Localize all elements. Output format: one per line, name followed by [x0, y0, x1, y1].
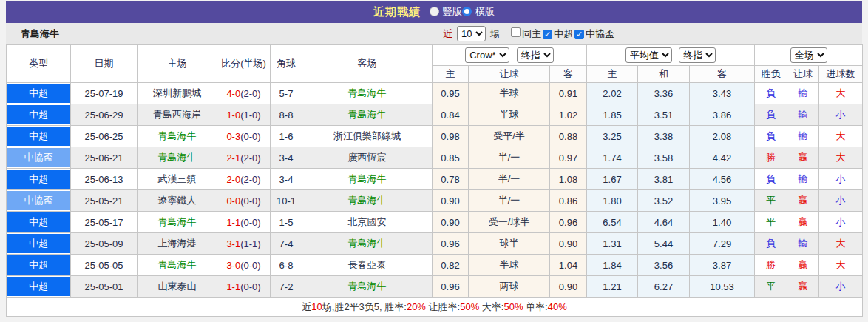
asian-company-select[interactable]: Crow*: [465, 47, 509, 63]
radio-unchecked-icon[interactable]: [430, 7, 439, 16]
match-score: 2-0(2-0): [217, 169, 271, 190]
home-team-name: 武漢三鎮: [158, 173, 197, 184]
away-team-name: 長春亞泰: [348, 259, 387, 270]
fulltime-score: 2-1: [226, 152, 240, 164]
asian-away-odds: 0.96: [550, 212, 587, 233]
euro-draw-odds: 3.51: [638, 104, 690, 126]
filter-group: 近 10 場 同主✓中超✓中協盃: [443, 26, 614, 41]
away-team-name: 青島海牛: [348, 173, 387, 184]
match-date: 25-05-17: [71, 212, 138, 233]
home-team: 山東泰山: [138, 276, 217, 298]
match-type-badge: 中超: [7, 234, 70, 253]
corner-count: 10-1: [271, 190, 302, 212]
result-outcome: 平: [755, 190, 787, 212]
euro-away-odds: 1.40: [690, 212, 755, 233]
result-outcome: 負: [755, 104, 787, 126]
col-header-away: 客场: [302, 45, 433, 83]
match-type-cell: 中超: [7, 169, 71, 190]
subcol-euro-away: 客: [690, 66, 755, 83]
asian-home-odds: 0.78: [433, 169, 469, 190]
away-team-name: 青島海牛: [348, 109, 387, 120]
home-team: 遼寧鐵人: [138, 190, 217, 212]
fulltime-score: 1-1: [226, 217, 240, 228]
col-header-home: 主场: [138, 45, 217, 83]
layout-option[interactable]: 橫版: [462, 5, 495, 19]
euro-draw-odds: 3.56: [638, 255, 690, 276]
subcol-result-outcome: 胜负: [755, 66, 787, 83]
recent-results-widget: 近期戰績 豎版橫版 青島海牛 近 10 場 同主✓中超✓中協盃 类型: [6, 1, 862, 317]
controls-bar: 青島海牛 近 10 場 同主✓中超✓中協盃: [6, 23, 862, 44]
halftime-score: (2-0): [240, 88, 260, 99]
radio-checked-icon[interactable]: [462, 7, 472, 16]
col-header-type: 类型: [7, 45, 71, 83]
euro-away-odds: 4.56: [690, 169, 755, 190]
match-type-badge: 中超: [7, 105, 70, 124]
filter-label: 中超: [554, 28, 573, 39]
halftime-score: (1-1): [240, 238, 260, 249]
asian-home-odds: 0.96: [433, 276, 469, 298]
asian-away-odds: 1.08: [550, 169, 587, 190]
corner-count: 1-6: [271, 126, 302, 147]
result-scope-select[interactable]: 全场: [790, 47, 827, 63]
halftime-score: (1-0): [240, 110, 260, 121]
corner-count: 8-8: [271, 104, 302, 126]
euro-draw-odds: 5.44: [638, 233, 690, 255]
title-bar: 近期戰績 豎版橫版: [6, 1, 862, 23]
away-team-name: 青島海牛: [348, 195, 387, 206]
match-type-badge: 中超: [7, 212, 70, 232]
asian-away-odds: 0.86: [550, 190, 587, 212]
away-team: 廣西恆宸: [302, 147, 433, 169]
handicap-line: 两球: [469, 276, 550, 298]
asian-away-odds: 0.88: [550, 126, 587, 147]
away-team: 青島海牛: [302, 169, 433, 190]
asian-home-odds: 0.98: [433, 126, 469, 147]
result-handicap: 輸: [787, 126, 819, 147]
home-team-name: 青島西海岸: [153, 109, 201, 120]
recent-prefix-label: 近: [443, 27, 452, 41]
asian-away-odds: 1.04: [550, 255, 587, 276]
filter-label: 中協盃: [586, 28, 614, 39]
away-team: 青島海牛: [302, 83, 433, 104]
layout-option[interactable]: 豎版: [430, 5, 462, 19]
summary-stat-value: 20%: [407, 301, 426, 312]
home-team-name: 青島海牛: [158, 216, 197, 227]
match-row: 中超25-07-19深圳新鵬城4-0(2-0)5-7青島海牛0.95半球0.91…: [7, 83, 863, 104]
summary-text: 近: [302, 301, 311, 312]
euro-home-odds: 1.85: [587, 104, 638, 126]
asian-odds-header: Crow* 终指: [433, 45, 587, 66]
euro-stage-select[interactable]: 终指: [679, 47, 716, 63]
away-team: 青島海牛: [302, 276, 433, 298]
corner-count: 3-4: [271, 169, 302, 190]
match-score: 4-0(2-0): [217, 83, 271, 104]
asian-stage-select[interactable]: 终指: [517, 47, 554, 63]
summary-row: 近10场,胜2平3负5, 胜率:20% 让胜率:50% 大率:50% 单率:40…: [7, 298, 863, 317]
result-outcome: 負: [755, 233, 787, 255]
checkbox-unchecked-icon[interactable]: [511, 27, 521, 37]
result-handicap: 輸: [787, 104, 819, 126]
fulltime-score: 0-0: [226, 195, 240, 207]
home-team-name: 青島海牛: [158, 130, 197, 141]
home-team-name: 青島海牛: [158, 259, 197, 270]
euro-company-select[interactable]: 平均值: [625, 47, 672, 63]
home-team: 青島海牛: [138, 147, 217, 169]
recent-count-select[interactable]: 10: [457, 26, 486, 41]
euro-away-odds: 3.43: [690, 83, 755, 104]
corner-count: 7-2: [271, 276, 302, 298]
result-goals: 大: [819, 147, 863, 169]
match-score: 1-1(0-0): [217, 212, 271, 233]
euro-draw-odds: 3.52: [638, 190, 690, 212]
checkbox-checked-icon[interactable]: ✓: [574, 30, 584, 39]
checkbox-checked-icon[interactable]: ✓: [543, 30, 552, 39]
euro-draw-odds: 6.27: [638, 276, 690, 298]
summary-stat-value: 50%: [503, 301, 523, 312]
layout-option-label: 橫版: [475, 5, 495, 19]
asian-home-odds: 0.85: [433, 147, 469, 169]
match-score: 1-0(1-0): [217, 104, 271, 126]
result-outcome: 負: [755, 83, 787, 104]
euro-draw-odds: 3.38: [638, 126, 690, 147]
home-team: 青島海牛: [138, 212, 217, 233]
result-outcome: 負: [755, 126, 787, 147]
subcol-euro-draw: 和: [638, 66, 690, 83]
euro-odds-header: 平均值 终指: [587, 45, 755, 66]
away-team: 長春亞泰: [302, 255, 433, 276]
